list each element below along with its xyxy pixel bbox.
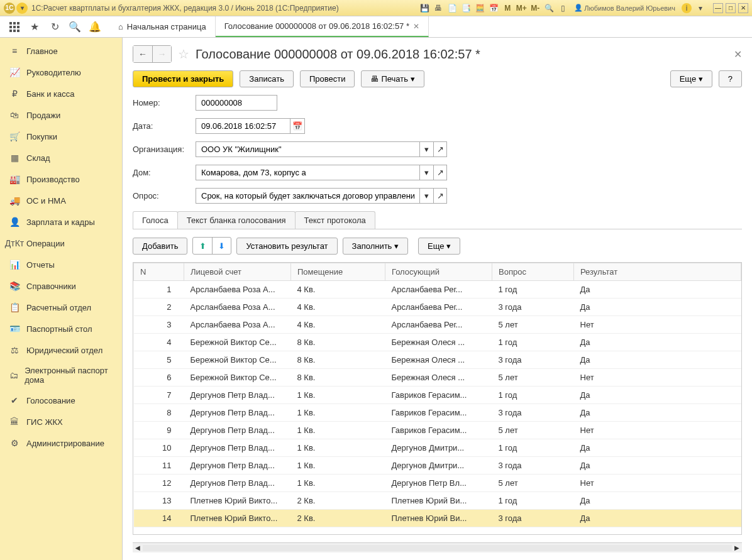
search-icon[interactable]: 🔍 bbox=[68, 20, 82, 34]
tab-close-icon[interactable]: ✕ bbox=[413, 22, 419, 31]
table-row[interactable]: 4Бережной Виктор Се...8 Кв.Бережная Олес… bbox=[134, 334, 741, 351]
sidebar-item-13[interactable]: 🪪Паспортный стол bbox=[0, 318, 122, 339]
sidebar-item-10[interactable]: 📊Отчеты bbox=[0, 254, 122, 275]
info-icon[interactable]: i bbox=[682, 3, 692, 13]
sidebar-item-4[interactable]: 🛒Покупки bbox=[0, 126, 122, 147]
tab-home[interactable]: ⌂ Начальная страница bbox=[109, 16, 216, 37]
m-button[interactable]: M bbox=[502, 3, 512, 13]
open-ref-icon[interactable]: ↗ bbox=[433, 165, 447, 180]
move-down-icon[interactable]: ⬇ bbox=[212, 238, 231, 254]
org-input[interactable] bbox=[196, 141, 419, 157]
history-icon[interactable]: ↻ bbox=[48, 20, 62, 34]
close-window-button[interactable]: ✕ bbox=[738, 3, 748, 13]
subtab-0[interactable]: Голоса bbox=[133, 211, 178, 229]
table-more-button[interactable]: Еще ▾ bbox=[418, 238, 460, 255]
sidebar-item-12[interactable]: 📋Расчетный отдел bbox=[0, 297, 122, 318]
sidebar-item-11[interactable]: 📚Справочники bbox=[0, 275, 122, 297]
column-header[interactable]: Голосующий bbox=[385, 263, 492, 281]
subtab-1[interactable]: Текст бланка голосования bbox=[177, 211, 296, 229]
column-header[interactable]: Вопрос bbox=[492, 263, 574, 281]
sidebar-item-16[interactable]: ✔Голосование bbox=[0, 390, 122, 411]
table-row[interactable]: 10Дергунов Петр Влад...1 Кв.Дергунов Дми… bbox=[134, 439, 741, 457]
open-ref-icon[interactable]: ↗ bbox=[433, 141, 447, 157]
sidebar-item-15[interactable]: 🗂Электронный паспорт дома bbox=[0, 361, 122, 390]
sidebar-item-8[interactable]: 👤Зарплата и кадры bbox=[0, 211, 122, 233]
sidebar-item-2[interactable]: ₽Банк и касса bbox=[0, 83, 122, 104]
poll-input[interactable] bbox=[196, 188, 419, 204]
scroll-left-icon[interactable]: ◀ bbox=[133, 544, 143, 551]
save-button[interactable]: Записать bbox=[240, 70, 294, 87]
table-row[interactable]: 7Дергунов Петр Влад...1 Кв.Гавриков Гера… bbox=[134, 387, 741, 404]
table-wrapper[interactable]: NЛицевой счетПомещениеГолосующийВопросРе… bbox=[133, 262, 742, 535]
table-row[interactable]: 12Дергунов Петр Влад...1 Кв.Дергунов Пет… bbox=[134, 475, 741, 492]
open-ref-icon[interactable]: ↗ bbox=[433, 188, 447, 204]
table-row[interactable]: 8Дергунов Петр Влад...1 Кв.Гавриков Гера… bbox=[134, 404, 741, 422]
table-row[interactable]: 3Арсланбаева Роза А...4 Кв.Арсланбаева Р… bbox=[134, 316, 741, 334]
sidebar-item-9[interactable]: ДтКтОперации bbox=[0, 233, 122, 254]
minimize-button[interactable]: — bbox=[713, 3, 723, 13]
save-icon[interactable]: 💾 bbox=[419, 3, 429, 13]
house-input[interactable] bbox=[196, 165, 419, 180]
doc-icon[interactable]: 📄 bbox=[447, 3, 457, 13]
sidebar-item-6[interactable]: 🏭Производство bbox=[0, 168, 122, 190]
subtab-2[interactable]: Текст протокола bbox=[295, 211, 375, 229]
calendar-picker-icon[interactable]: 📅 bbox=[290, 118, 305, 134]
print-icon[interactable]: 🖶 bbox=[433, 3, 443, 13]
sidebar-item-17[interactable]: 🏛ГИС ЖКХ bbox=[0, 411, 122, 432]
set-result-button[interactable]: Установить результат bbox=[236, 238, 337, 255]
m-minus-button[interactable]: M- bbox=[530, 3, 540, 13]
date-input[interactable] bbox=[196, 118, 290, 134]
horizontal-scrollbar[interactable]: ◀ ▶ bbox=[133, 542, 742, 552]
post-button[interactable]: Провести bbox=[300, 70, 355, 87]
m-plus-button[interactable]: M+ bbox=[516, 3, 526, 13]
table-row[interactable]: 6Бережной Виктор Се...8 Кв.Бережная Олес… bbox=[134, 369, 741, 387]
column-header[interactable]: Помещение bbox=[291, 263, 385, 281]
column-header[interactable]: N bbox=[134, 263, 184, 281]
copy-icon[interactable]: 📑 bbox=[461, 3, 471, 13]
table-row[interactable]: 1Арсланбаева Роза А...4 Кв.Арсланбаева Р… bbox=[134, 281, 741, 299]
table-row[interactable]: 14Плетнев Юрий Викто...2 Кв.Плетнев Юрий… bbox=[134, 510, 741, 527]
apps-grid-icon[interactable] bbox=[8, 20, 21, 34]
post-and-close-button[interactable]: Провести и закрыть bbox=[133, 70, 233, 87]
favorite-icon[interactable]: ☆ bbox=[178, 47, 189, 62]
user-label[interactable]: 👤 Любимов Валерий Юрьевич bbox=[572, 4, 678, 12]
dropdown-icon[interactable]: ▾ bbox=[419, 141, 433, 157]
dropdown-icon[interactable]: ▾ bbox=[419, 165, 433, 180]
table-row[interactable]: 9Дергунов Петр Влад...1 Кв.Гавриков Гера… bbox=[134, 422, 741, 439]
add-row-button[interactable]: Добавить bbox=[133, 238, 187, 255]
forward-button[interactable]: → bbox=[152, 46, 171, 62]
favorite-star-icon[interactable]: ★ bbox=[28, 20, 41, 34]
scroll-right-icon[interactable]: ▶ bbox=[732, 544, 742, 551]
calendar-icon[interactable]: 📅 bbox=[489, 3, 499, 13]
tab-active[interactable]: Голосование 000000008 от 09.06.2018 16:0… bbox=[216, 16, 429, 37]
move-up-icon[interactable]: ⬆ bbox=[193, 238, 212, 254]
sidebar-item-3[interactable]: 🛍Продажи bbox=[0, 104, 122, 126]
back-button[interactable]: ← bbox=[133, 46, 152, 62]
dropdown-icon[interactable]: ▾ bbox=[695, 3, 705, 13]
column-header[interactable]: Результат bbox=[574, 263, 741, 281]
calc-icon[interactable]: 🧮 bbox=[475, 3, 485, 13]
app-menu-icon[interactable]: ▾ bbox=[16, 3, 28, 14]
number-input[interactable] bbox=[196, 95, 277, 111]
page-close-icon[interactable]: ✕ bbox=[734, 48, 742, 60]
zoom-icon[interactable]: 🔍 bbox=[544, 3, 554, 13]
table-row[interactable]: 13Плетнев Юрий Викто...2 Кв.Плетнев Юрий… bbox=[134, 492, 741, 510]
fill-button[interactable]: Заполнить ▾ bbox=[343, 238, 408, 255]
panel-icon[interactable]: ▯ bbox=[558, 3, 568, 13]
sidebar-item-1[interactable]: 📈Руководителю bbox=[0, 62, 122, 83]
dropdown-icon[interactable]: ▾ bbox=[419, 188, 433, 204]
maximize-button[interactable]: □ bbox=[726, 3, 736, 13]
print-button[interactable]: 🖶 Печать ▾ bbox=[361, 70, 424, 87]
table-row[interactable]: 11Дергунов Петр Влад...1 Кв.Дергунов Дми… bbox=[134, 457, 741, 475]
sidebar-item-18[interactable]: ⚙Администрирование bbox=[0, 432, 122, 454]
more-button[interactable]: Еще ▾ bbox=[670, 70, 712, 87]
column-header[interactable]: Лицевой счет bbox=[184, 263, 291, 281]
table-row[interactable]: 5Бережной Виктор Се...8 Кв.Бережная Олес… bbox=[134, 351, 741, 369]
sidebar-item-0[interactable]: ≡Главное bbox=[0, 40, 122, 62]
help-button[interactable]: ? bbox=[719, 70, 742, 87]
table-row[interactable]: 2Арсланбаева Роза А...4 Кв.Арсланбаева Р… bbox=[134, 299, 741, 316]
sidebar-item-5[interactable]: ▦Склад bbox=[0, 147, 122, 168]
sidebar-item-7[interactable]: 🚚ОС и НМА bbox=[0, 190, 122, 211]
sidebar-item-14[interactable]: ⚖Юридический отдел bbox=[0, 339, 122, 361]
bell-icon[interactable]: 🔔 bbox=[88, 20, 102, 34]
